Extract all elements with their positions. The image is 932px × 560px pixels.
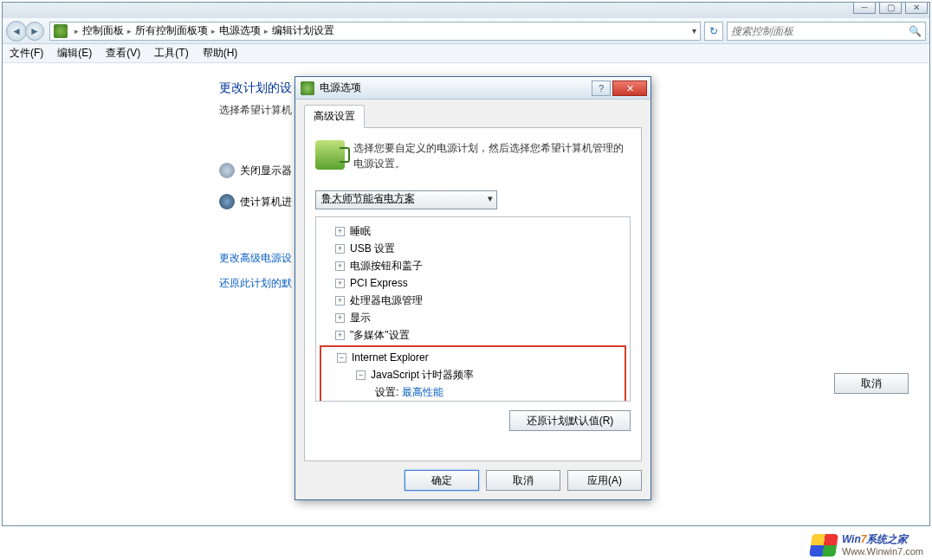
- menu-help[interactable]: 帮助(H): [203, 46, 238, 61]
- menu-bar: 文件(F) 编辑(E) 查看(V) 工具(T) 帮助(H): [3, 44, 929, 63]
- tree-usb[interactable]: USB 设置: [350, 241, 395, 256]
- bc-root[interactable]: 控制面板: [82, 23, 124, 38]
- dialog-titlebar[interactable]: 电源选项 ? ✕: [295, 77, 650, 100]
- back-button[interactable]: ◄: [6, 21, 27, 42]
- forward-button[interactable]: ►: [25, 22, 44, 41]
- restore-defaults-button[interactable]: 还原计划默认值(R): [509, 410, 631, 431]
- tree-cpu[interactable]: 处理器电源管理: [350, 293, 423, 308]
- breadcrumb[interactable]: ▸ 控制面板 ▸ 所有控制面板项 ▸ 电源选项 ▸ 编辑计划设置 ▾: [49, 22, 701, 41]
- setting-label: 设置:: [375, 385, 398, 400]
- expand-icon[interactable]: +: [335, 331, 345, 340]
- tree-display[interactable]: 显示: [350, 311, 371, 325]
- bc-l4[interactable]: 编辑计划设置: [272, 23, 334, 38]
- minimize-button[interactable]: ─: [853, 2, 876, 14]
- tree-sleep[interactable]: 睡眠: [350, 224, 371, 239]
- sleep-icon: [219, 194, 235, 209]
- tree-ie[interactable]: Internet Explorer: [352, 351, 429, 364]
- expand-icon[interactable]: +: [335, 296, 345, 306]
- power-options-dialog: 电源选项 ? ✕ 高级设置 选择您要自定义的电源计划，然后选择您希望计算机管理的…: [294, 76, 651, 500]
- menu-edit[interactable]: 编辑(E): [57, 46, 92, 61]
- highlight-annotation: −Internet Explorer −JavaScript 计时器频率 设置:…: [320, 345, 626, 402]
- dialog-description: 选择您要自定义的电源计划，然后选择您希望计算机管理的电源设置。: [353, 140, 631, 171]
- search-input[interactable]: [731, 25, 909, 37]
- expand-icon[interactable]: +: [335, 227, 345, 236]
- wm-cn: 系统之家: [866, 533, 908, 545]
- expand-icon[interactable]: +: [335, 261, 345, 271]
- apply-button[interactable]: 应用(A): [567, 470, 642, 491]
- bc-l3[interactable]: 电源选项: [219, 23, 261, 38]
- row-sleep: 使计算机进: [240, 195, 292, 209]
- expand-icon[interactable]: +: [335, 279, 345, 288]
- watermark: Win7系统之家 Www.Winwin7.com: [811, 534, 923, 557]
- dialog-help-button[interactable]: ?: [592, 80, 611, 96]
- wm-url: Www.Winwin7.com: [842, 546, 923, 557]
- menu-file[interactable]: 文件(F): [10, 46, 43, 61]
- tab-advanced[interactable]: 高级设置: [304, 105, 365, 128]
- nav-row: ◄ ► ▸ 控制面板 ▸ 所有控制面板项 ▸ 电源选项 ▸ 编辑计划设置 ▾ ↻…: [3, 18, 929, 44]
- menu-view[interactable]: 查看(V): [106, 46, 140, 61]
- dialog-close-button[interactable]: ✕: [612, 80, 647, 96]
- tree-pci[interactable]: PCI Express: [350, 277, 408, 289]
- ok-button[interactable]: 确定: [405, 470, 479, 491]
- windows-flag-icon: [809, 534, 838, 557]
- close-button[interactable]: ✕: [905, 2, 928, 14]
- monitor-icon: [219, 163, 235, 178]
- tree-js-timer[interactable]: JavaScript 计时器频率: [371, 368, 474, 383]
- wm-win: Win: [842, 533, 861, 545]
- battery-icon: [315, 140, 345, 170]
- collapse-icon[interactable]: −: [337, 353, 346, 363]
- search-box[interactable]: 🔍: [727, 22, 926, 41]
- expand-icon[interactable]: +: [335, 244, 345, 254]
- collapse-icon[interactable]: −: [356, 370, 366, 380]
- cancel-button[interactable]: 取消: [486, 470, 560, 491]
- titlebar: ─ ▢ ✕: [3, 3, 929, 18]
- menu-tools[interactable]: 工具(T): [154, 46, 188, 61]
- power-icon: [301, 81, 314, 95]
- bc-l2[interactable]: 所有控制面板项: [135, 23, 208, 38]
- maximize-button[interactable]: ▢: [879, 2, 902, 14]
- expand-icon[interactable]: +: [335, 313, 345, 323]
- settings-tree[interactable]: +睡眠 +USB 设置 +电源按钮和盖子 +PCI Express +处理器电源…: [315, 216, 631, 402]
- row-display-off: 关闭显示器: [240, 164, 292, 178]
- tree-multimedia[interactable]: "多媒体"设置: [350, 328, 410, 343]
- plan-dropdown[interactable]: 鲁大师节能省电方案: [315, 190, 497, 209]
- tree-buttons-lid[interactable]: 电源按钮和盖子: [350, 259, 423, 274]
- refresh-button[interactable]: ↻: [704, 22, 723, 41]
- search-icon: 🔍: [909, 25, 922, 37]
- setting-value[interactable]: 最高性能: [402, 385, 443, 400]
- dialog-title: 电源选项: [320, 80, 361, 95]
- control-panel-icon: [54, 24, 68, 38]
- cancel-button-page[interactable]: 取消: [834, 373, 909, 394]
- plan-selected: 鲁大师节能省电方案: [321, 192, 415, 204]
